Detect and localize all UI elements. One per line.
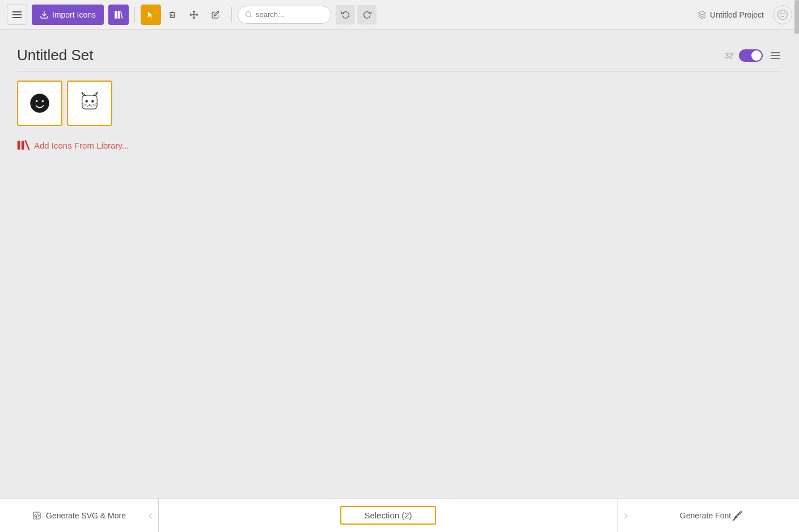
svg-line-7 bbox=[250, 16, 251, 17]
generate-font-button[interactable]: Generate Font 𝒻 bbox=[680, 509, 737, 521]
main-content: Untitled Set 32 bbox=[0, 29, 799, 498]
svg-point-19 bbox=[91, 100, 94, 102]
generate-font-label: Generate Font bbox=[680, 511, 731, 520]
svg-rect-2 bbox=[118, 11, 120, 19]
svg-rect-1 bbox=[115, 11, 117, 19]
separator-2 bbox=[231, 7, 232, 23]
redo-icon bbox=[363, 10, 371, 19]
set-menu-icon bbox=[771, 52, 780, 59]
view-toggle[interactable] bbox=[739, 49, 763, 62]
set-title: Untitled Set bbox=[17, 47, 93, 64]
tool-group bbox=[141, 5, 226, 25]
import-icons-label: Import Icons bbox=[52, 10, 96, 19]
undo-icon bbox=[341, 10, 350, 19]
move-icon bbox=[189, 10, 198, 19]
svg-line-22 bbox=[92, 104, 97, 104]
undo-button[interactable] bbox=[336, 5, 355, 24]
icons-grid bbox=[17, 81, 782, 126]
history-group bbox=[336, 5, 377, 24]
library-button[interactable] bbox=[108, 5, 129, 25]
svg-marker-8 bbox=[698, 11, 705, 15]
generate-svg-label: Generate SVG & More bbox=[46, 511, 126, 520]
avatar-button[interactable] bbox=[773, 5, 792, 24]
svg-point-14 bbox=[42, 100, 44, 103]
set-controls: 32 bbox=[724, 49, 782, 62]
delete-icon bbox=[168, 11, 176, 19]
separator-1 bbox=[134, 7, 135, 23]
svg-rect-24 bbox=[18, 141, 20, 150]
search-box bbox=[238, 6, 331, 24]
project-name: Untitled Project bbox=[710, 10, 764, 19]
select-icon bbox=[147, 11, 155, 19]
icon-card-cat[interactable] bbox=[67, 81, 112, 126]
bottom-bar: Generate SVG & More ‹ Selection (2) › Ge… bbox=[0, 498, 799, 532]
edit-tool-button[interactable] bbox=[205, 5, 226, 25]
toolbar: Import Icons bbox=[0, 0, 799, 29]
search-input[interactable] bbox=[256, 10, 324, 19]
add-library-link[interactable]: Add Icons From Library... bbox=[17, 140, 782, 151]
set-header: Untitled Set 32 bbox=[17, 47, 782, 71]
project-area: Untitled Project bbox=[697, 10, 764, 19]
selection-prev-button[interactable]: ‹ bbox=[149, 508, 153, 523]
selection-label: Selection (2) bbox=[364, 510, 412, 520]
svg-point-9 bbox=[778, 10, 788, 19]
library-icon bbox=[113, 10, 124, 20]
redo-button[interactable] bbox=[357, 5, 377, 24]
icon-card-smiley[interactable] bbox=[17, 81, 62, 126]
menu-button[interactable] bbox=[7, 5, 27, 25]
move-tool-button[interactable] bbox=[184, 5, 204, 25]
edit-icon bbox=[212, 11, 219, 19]
cat-svg bbox=[77, 91, 102, 116]
add-library-label: Add Icons From Library... bbox=[34, 141, 129, 150]
generate-font-area: Generate Font 𝒻 bbox=[618, 499, 799, 532]
generate-svg-button[interactable]: Generate SVG & More bbox=[46, 511, 126, 520]
import-icons-button[interactable]: Import Icons bbox=[32, 5, 104, 25]
svg-marker-3 bbox=[148, 11, 153, 18]
generate-svg-area: Generate SVG & More bbox=[0, 499, 159, 532]
scrollbar-thumb[interactable] bbox=[794, 0, 799, 34]
delete-tool-button[interactable] bbox=[162, 5, 183, 25]
search-icon bbox=[245, 11, 252, 18]
smiley-svg bbox=[27, 91, 52, 116]
scrollbar-track bbox=[794, 0, 799, 29]
set-menu-button[interactable] bbox=[768, 50, 782, 61]
svg-rect-25 bbox=[22, 141, 24, 150]
font-italic-icon: 𝒻 bbox=[734, 509, 737, 521]
svg-point-6 bbox=[246, 12, 251, 17]
selection-area: ‹ Selection (2) › bbox=[159, 499, 618, 532]
layers-icon bbox=[697, 10, 707, 19]
icon-count: 32 bbox=[724, 51, 733, 60]
svg-point-13 bbox=[36, 100, 38, 103]
selection-next-button[interactable]: › bbox=[624, 508, 628, 523]
select-tool-button[interactable] bbox=[141, 5, 161, 25]
selection-tab[interactable]: Selection (2) bbox=[340, 506, 436, 525]
import-icon bbox=[40, 10, 49, 19]
svg-point-18 bbox=[86, 100, 88, 102]
generate-svg-icon bbox=[32, 511, 41, 520]
svg-line-20 bbox=[82, 104, 87, 104]
svg-point-12 bbox=[30, 94, 49, 112]
hamburger-icon bbox=[12, 11, 22, 18]
avatar-icon bbox=[777, 9, 788, 20]
library-link-icon bbox=[17, 140, 29, 151]
svg-rect-17 bbox=[82, 95, 97, 109]
